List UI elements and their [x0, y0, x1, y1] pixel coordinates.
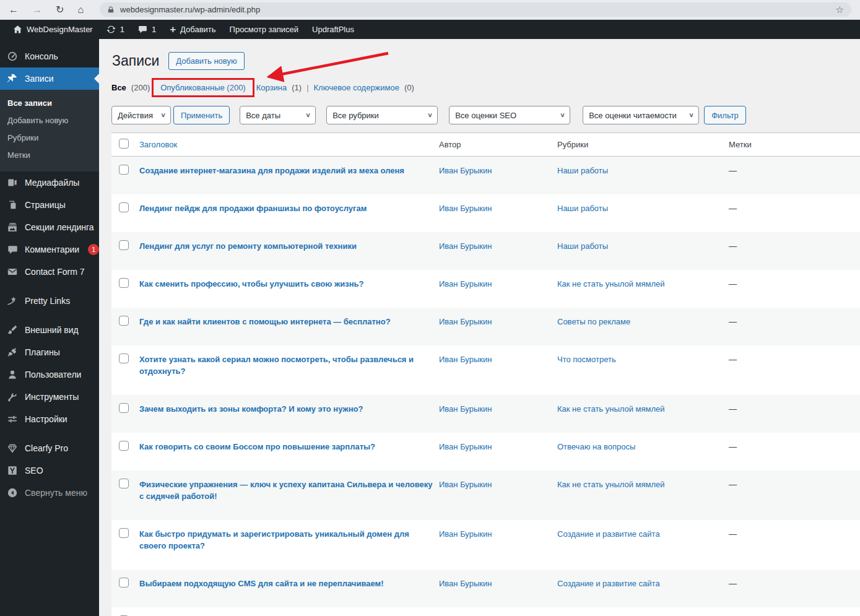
sort-by-title-header[interactable]: Заголовок — [139, 140, 177, 149]
post-author-link[interactable]: Иван Бурыкин — [439, 204, 492, 213]
post-author-link[interactable]: Иван Бурыкин — [439, 480, 492, 489]
seo-score-filter-select[interactable]: Все оценки SEO — [449, 106, 570, 124]
admin-bar-comments[interactable]: 1 — [131, 20, 163, 39]
url-text: webdesignmaster.ru/wp-admin/edit.php — [120, 5, 260, 14]
post-category-link[interactable]: Создание и развитие сайта — [557, 529, 660, 539]
post-category-link[interactable]: Наши работы — [557, 166, 608, 175]
sidebar-item-contact-form-7[interactable]: Contact Form 7 — [0, 261, 99, 283]
sidebar-item-tools[interactable]: Инструменты — [0, 386, 99, 408]
submenu-add-new[interactable]: Добавить новую — [0, 112, 99, 129]
bookmark-star-icon[interactable]: ☆ — [836, 4, 844, 15]
post-title-link[interactable]: Где и как найти клиентов с помощью интер… — [139, 317, 391, 326]
post-title-link[interactable]: Физические упражнения — ключ к успеху ка… — [139, 480, 433, 501]
dashboard-icon — [6, 50, 19, 63]
post-author-link[interactable]: Иван Бурыкин — [439, 442, 492, 451]
row-checkbox[interactable] — [119, 202, 129, 212]
row-checkbox[interactable] — [119, 403, 129, 413]
view-all-link[interactable]: Все — [111, 83, 126, 92]
readability-filter-select[interactable]: Все оценки читаемости — [583, 106, 699, 124]
submenu-tags[interactable]: Метки — [0, 147, 99, 164]
post-author-link[interactable]: Иван Бурыкин — [439, 317, 492, 326]
dates-filter-select[interactable]: Все даты — [240, 106, 316, 124]
comments-badge: 1 — [88, 244, 99, 255]
apply-button[interactable]: Применить — [173, 106, 230, 124]
filter-button[interactable]: Фильтр — [704, 106, 746, 124]
view-trash-link[interactable]: Корзина — [256, 83, 287, 92]
post-title-link[interactable]: Выбираем подходящую CMS для сайта и не п… — [139, 579, 383, 588]
browser-home-button[interactable]: ⌂ — [77, 5, 84, 15]
submenu-categories[interactable]: Рубрики — [0, 129, 99, 147]
view-published-link[interactable]: Опубликованные — [160, 83, 225, 92]
post-category-link[interactable]: Как не стать унылой мямлей — [557, 404, 665, 414]
address-bar[interactable]: webdesignmaster.ru/wp-admin/edit.php ☆ — [100, 2, 851, 17]
update-icon — [106, 25, 116, 34]
add-new-post-button[interactable]: Добавить новую — [168, 52, 244, 70]
categories-filter-select[interactable]: Все рубрики — [326, 106, 438, 124]
row-checkbox[interactable] — [119, 578, 129, 588]
post-author-link[interactable]: Иван Бурыкин — [439, 404, 492, 414]
post-title-link[interactable]: Лендинг пейдж для продажи франшизы по фо… — [139, 204, 367, 213]
post-author-link[interactable]: Иван Бурыкин — [439, 241, 492, 251]
post-title-link[interactable]: Как говорить со своим Боссом про повышен… — [139, 442, 375, 451]
post-author-link[interactable]: Иван Бурыкин — [439, 279, 492, 288]
post-category-link[interactable]: Наши работы — [557, 204, 608, 213]
sidebar-item-pages[interactable]: Страницы — [0, 194, 99, 216]
sidebar-item-pretty-links[interactable]: Pretty Links — [0, 290, 99, 312]
post-row: Лендинг пейдж для продажи франшизы по фо… — [111, 194, 860, 232]
sidebar-item-comments[interactable]: Комментарии 1 — [0, 238, 99, 261]
post-title-link[interactable]: Лендинг для услуг по ремонту компьютерно… — [139, 241, 357, 251]
sidebar-item-users[interactable]: Пользователи — [0, 363, 99, 386]
post-title-link[interactable]: Зачем выходить из зоны комфорта? И кому … — [139, 404, 363, 414]
row-checkbox[interactable] — [119, 479, 129, 488]
row-checkbox[interactable] — [119, 528, 129, 538]
sidebar-item-settings[interactable]: Настройки — [0, 408, 99, 430]
browser-forward-button[interactable]: → — [32, 5, 42, 15]
sidebar-item-clearfy-pro[interactable]: Clearfy Pro — [0, 437, 99, 459]
sidebar-item-plugins[interactable]: Плагины — [0, 341, 99, 363]
sidebar-item-posts[interactable]: Записи — [0, 67, 99, 90]
admin-bar-view-posts[interactable]: Просмотр записей — [223, 20, 305, 39]
post-category-link[interactable]: Как не стать унылой мямлей — [557, 279, 665, 288]
post-category-link[interactable]: Как не стать унылой мямлей — [557, 480, 665, 489]
post-author-link[interactable]: Иван Бурыкин — [439, 166, 492, 175]
admin-bar-updraftplus[interactable]: UpdraftPlus — [305, 20, 361, 39]
row-checkbox[interactable] — [119, 316, 129, 326]
post-category-link[interactable]: Что посмотреть — [557, 355, 616, 364]
post-title-link[interactable]: Как сменить профессию, чтобы улучшить св… — [139, 279, 363, 288]
sidebar-item-appearance[interactable]: Внешний вид — [0, 319, 99, 341]
comment-icon — [138, 25, 147, 34]
post-category-link[interactable]: Создание и развитие сайта — [557, 579, 660, 588]
post-author-link[interactable]: Иван Бурыкин — [439, 529, 492, 539]
view-cornerstone-link[interactable]: Ключевое содержимое — [314, 83, 399, 92]
row-checkbox[interactable] — [119, 240, 129, 250]
submenu-all-posts[interactable]: Все записи — [0, 95, 99, 112]
post-tags-cell: — — [729, 433, 860, 471]
admin-bar-new-button[interactable]: + Добавить — [163, 20, 222, 39]
select-all-checkbox[interactable] — [119, 139, 129, 149]
sidebar-collapse-menu[interactable]: Свернуть меню — [0, 482, 99, 504]
post-author-link[interactable]: Иван Бурыкин — [439, 355, 492, 364]
sidebar-item-seo[interactable]: SEO — [0, 459, 99, 482]
post-category-link[interactable]: Отвечаю на вопросы — [557, 442, 635, 451]
row-checkbox[interactable] — [119, 278, 129, 288]
sidebar-item-landing-sections[interactable]: Секции лендинга — [0, 216, 99, 238]
admin-bar-updates[interactable]: 1 — [100, 20, 131, 39]
post-title-link[interactable]: Создание интернет-магазина для продажи и… — [139, 166, 404, 175]
browser-back-button[interactable]: ← — [9, 5, 19, 15]
post-title-link[interactable]: Хотите узнать какой сериал можно посмотр… — [139, 355, 414, 376]
post-category-link[interactable]: Советы по рекламе — [557, 317, 630, 326]
bulk-actions-select[interactable]: Действия — [111, 106, 171, 124]
admin-bar-site-menu[interactable]: WebDesignMaster — [6, 20, 100, 39]
sidebar-item-media[interactable]: Медиафайлы — [0, 171, 99, 194]
row-checkbox[interactable] — [119, 441, 129, 451]
view-published-count: (200) — [227, 83, 245, 92]
browser-reload-button[interactable]: ↻ — [56, 5, 64, 15]
admin-bar-site-name: WebDesignMaster — [27, 25, 93, 34]
post-tags-cell: — — [729, 270, 860, 308]
row-checkbox[interactable] — [119, 165, 129, 175]
post-category-link[interactable]: Наши работы — [557, 241, 608, 251]
post-title-link[interactable]: Как быстро придумать и зарегистрировать … — [139, 529, 409, 550]
post-author-link[interactable]: Иван Бурыкин — [439, 579, 492, 588]
row-checkbox[interactable] — [119, 354, 129, 363]
sidebar-item-dashboard[interactable]: Консоль — [0, 45, 99, 67]
